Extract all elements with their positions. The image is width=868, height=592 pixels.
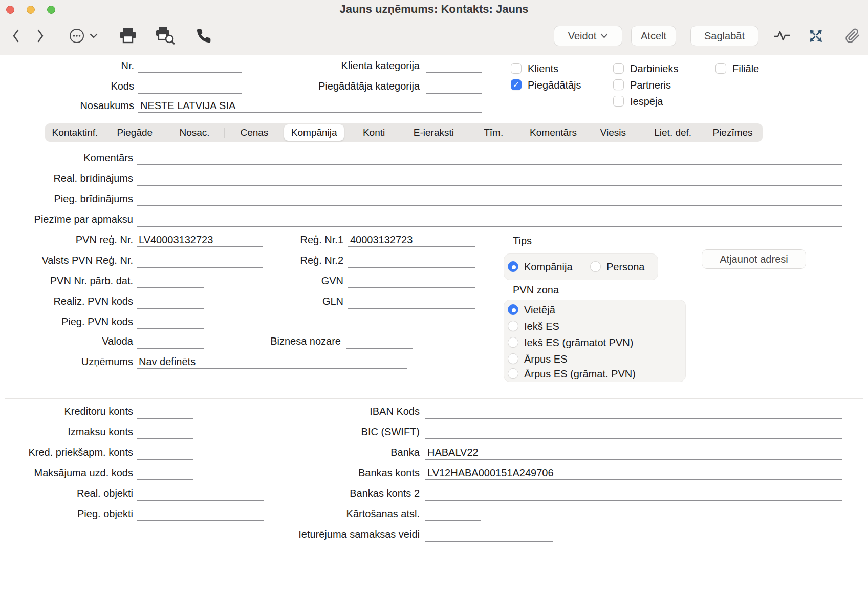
tab-e-ieraksti[interactable]: E-ieraksti [404, 123, 464, 142]
print-preview-icon[interactable] [154, 26, 177, 46]
field-label-kods: Kods [0, 78, 134, 94]
field-komentars[interactable] [137, 150, 842, 165]
field-label-reg-nr2: Reģ. Nr.2 [215, 252, 343, 268]
field-label-kartosanas-atsl: Kārtošanas atsl. [215, 506, 420, 521]
tab-piegade[interactable]: Piegāde [105, 123, 165, 142]
field-kods[interactable] [138, 78, 242, 94]
field-pvn-nr-parb-dat[interactable] [137, 273, 204, 288]
save-button[interactable]: Saglabāt [690, 26, 758, 46]
field-pieg-pvn-kods[interactable] [137, 314, 204, 329]
field-iban-kods[interactable] [425, 404, 842, 419]
tab-cenas[interactable]: Cenas [224, 123, 284, 142]
field-banka[interactable]: HABALV22 [425, 445, 842, 460]
field-piezime-par-apmaksu[interactable] [137, 212, 842, 227]
field-label-nosaukums: Nosaukums [0, 98, 134, 113]
field-realiz-pvn-kods[interactable] [137, 293, 204, 309]
tab-komentars[interactable]: Komentārs [524, 123, 583, 142]
tab-liet-def[interactable]: Liet. def. [643, 123, 703, 142]
call-icon[interactable] [193, 26, 214, 46]
radio-pvn-arpus-es[interactable] [508, 353, 518, 364]
tab-bar: Kontaktinf. Piegāde Nosac. Cenas Kompāni… [45, 123, 763, 142]
checkbox-partneris[interactable] [613, 79, 624, 90]
field-nr[interactable] [138, 58, 242, 73]
field-reg-nr2[interactable] [348, 252, 475, 268]
tab-kompanija[interactable]: Kompānija [284, 124, 344, 141]
tab-viesis[interactable]: Viesis [583, 123, 643, 142]
radio-pvn-vieteja[interactable] [508, 304, 518, 315]
field-bankas-konts-2[interactable] [425, 485, 842, 501]
radio-label-tips-kompanija: Kompānija [524, 260, 573, 274]
field-bankas-konts[interactable]: LV12HABA000151A249706 [425, 465, 842, 480]
field-label-banka: Banka [215, 445, 420, 460]
cancel-button[interactable]: Atcelt [631, 26, 676, 46]
save-button-label: Saglabāt [704, 30, 745, 42]
expand-icon[interactable] [807, 26, 825, 46]
field-izmaksu-konts[interactable] [137, 424, 193, 439]
tab-tim[interactable]: Tīm. [464, 123, 524, 142]
field-bic-swift[interactable] [425, 424, 842, 439]
tab-piezimes[interactable]: Piezīmes [703, 123, 763, 142]
app-window: Jauns uzņēmums: Kontakts: Jauns [0, 0, 868, 592]
window-chrome: Jauns uzņēmums: Kontakts: Jauns [0, 0, 868, 55]
field-kred-prieksapm-konts[interactable] [137, 445, 193, 460]
create-button[interactable]: Veidot [554, 26, 622, 46]
checkbox-filiale[interactable] [715, 63, 726, 74]
radio-pvn-ieks-es[interactable] [508, 321, 518, 331]
field-maksajuma-uzd-kods[interactable] [137, 465, 193, 480]
checkbox-label-darbinieks: Darbinieks [630, 61, 678, 76]
back-icon[interactable] [8, 26, 24, 46]
radio-tips-persona[interactable] [590, 261, 601, 272]
tab-konti[interactable]: Konti [344, 123, 404, 142]
field-pieg-bridinajums[interactable] [137, 191, 842, 206]
field-piegadataja-kategorija[interactable] [426, 78, 482, 94]
field-nosaukums[interactable]: NESTE LATVIJA SIA [138, 98, 482, 113]
field-label-nr: Nr. [0, 58, 134, 73]
activity-icon[interactable] [772, 26, 792, 46]
radio-label-pvn-arpus-es-gramat: Ārpus ES (grāmat. PVN) [524, 367, 636, 381]
field-biznesa-nozare[interactable] [346, 333, 413, 349]
checkbox-darbinieks[interactable] [613, 63, 624, 74]
window-title: Jauns uzņēmums: Kontakts: Jauns [0, 3, 868, 16]
radio-label-tips-persona: Persona [606, 260, 645, 274]
tab-kontaktinf[interactable]: Kontaktinf. [45, 123, 105, 142]
radio-label-pvn-ieks-es-gramatot: Iekš ES (grāmatot PVN) [524, 335, 633, 350]
field-label-bankas-konts: Bankas konts [215, 465, 420, 480]
radio-pvn-arpus-es-gramat[interactable] [508, 368, 518, 379]
field-uznemums[interactable]: Nav definēts [137, 354, 407, 369]
field-kreditoru-konts[interactable] [137, 404, 193, 419]
attachment-icon[interactable] [842, 26, 863, 46]
field-label-realiz-pvn-kods: Realiz. PVN kods [0, 293, 133, 309]
forward-icon[interactable] [33, 26, 48, 46]
field-gln[interactable] [348, 293, 475, 309]
field-label-valoda: Valoda [0, 333, 133, 349]
field-valoda[interactable] [137, 333, 204, 349]
field-label-gvn: GVN [215, 273, 343, 288]
field-kartosanas-atsl[interactable] [425, 506, 481, 521]
create-button-label: Veidot [568, 30, 597, 42]
update-address-button-label: Atjaunot adresi [720, 253, 788, 265]
field-ieturejuma-samaksas-veidi[interactable] [425, 526, 553, 542]
update-address-button[interactable]: Atjaunot adresi [702, 249, 806, 269]
field-gvn[interactable] [348, 273, 475, 288]
radio-pvn-ieks-es-gramatot[interactable] [508, 337, 518, 348]
checkbox-klients[interactable] [511, 63, 522, 74]
radio-tips-kompanija[interactable] [508, 261, 518, 272]
field-label-pieg-bridinajums: Pieg. brīdinājums [0, 191, 133, 206]
field-real-bridinajums[interactable] [137, 171, 842, 186]
field-label-kreditoru-konts: Kreditoru konts [0, 404, 133, 419]
checkbox-iespeja[interactable] [613, 96, 624, 107]
field-reg-nr1[interactable]: 40003132723 [348, 232, 475, 247]
pvn-zona-group-label: PVN zona [513, 283, 559, 297]
field-label-pvn-reg-nr: PVN reģ. Nr. [0, 232, 133, 247]
field-label-valsts-pvn-reg-nr: Valsts PVN Reģ. Nr. [0, 252, 133, 268]
field-label-maksajuma-uzd-kods: Maksājuma uzd. kods [0, 465, 133, 480]
section-divider [5, 398, 863, 399]
tab-nosac[interactable]: Nosac. [165, 123, 225, 142]
field-label-real-objekti: Real. objekti [0, 485, 133, 501]
print-icon[interactable] [118, 26, 138, 46]
field-klienta-kategorija[interactable] [426, 58, 482, 73]
checkbox-piegadatajs[interactable] [511, 79, 522, 90]
more-options-icon[interactable] [66, 26, 101, 46]
checkbox-label-klients: Klients [528, 61, 558, 76]
chevron-down-icon [600, 33, 608, 38]
